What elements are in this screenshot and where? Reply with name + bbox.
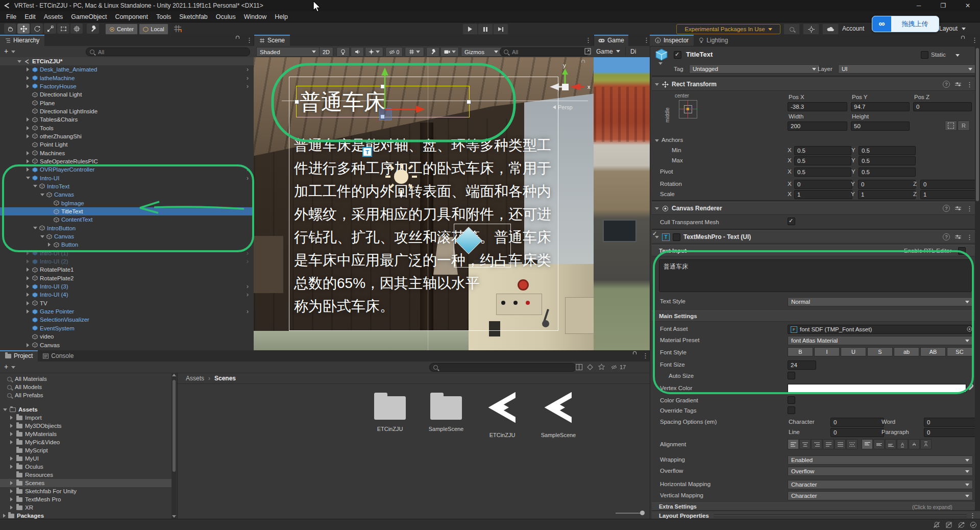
- grid-snap-icon[interactable]: [174, 25, 182, 34]
- foldout-icon[interactable]: [27, 134, 29, 138]
- rotate-tool-button[interactable]: [31, 23, 43, 34]
- hierarchy-item[interactable]: Gaze Pointer ›: [0, 307, 254, 316]
- hierarchy-item[interactable]: IntroButton ›: [0, 224, 254, 232]
- anchor-max-x-field[interactable]: 0.5: [794, 156, 851, 165]
- play-button[interactable]: [462, 23, 478, 35]
- kebab-menu-icon[interactable]: ⋮: [969, 512, 976, 519]
- tab-game[interactable]: Game: [594, 35, 628, 46]
- main-settings-section-header[interactable]: Main Settings: [652, 310, 980, 322]
- rect-handle[interactable]: [467, 100, 471, 104]
- foldout-icon[interactable]: [17, 60, 21, 63]
- pivot-local-button[interactable]: Local: [139, 23, 168, 35]
- hierarchy-search-input[interactable]: [97, 49, 246, 56]
- rotation-x-field[interactable]: 0: [794, 180, 852, 189]
- kebab-menu-icon[interactable]: ⋮: [966, 81, 973, 88]
- foldout-icon[interactable]: [27, 151, 29, 155]
- hidden-objects-button[interactable]: 0: [385, 47, 403, 57]
- tmp-text-header[interactable]: T TextMeshPro - Text (UI) ?⋮: [652, 230, 980, 244]
- align-justify-button[interactable]: [823, 439, 834, 449]
- rect-transform-header[interactable]: Rect Transform ?⋮: [652, 78, 980, 91]
- project-search-input[interactable]: [440, 364, 572, 371]
- foldout-icon[interactable]: [27, 276, 29, 280]
- rect-tool-button[interactable]: [57, 23, 69, 34]
- presets-icon[interactable]: [955, 206, 961, 211]
- axis-orientation-gizmo[interactable]: yx: [545, 61, 594, 97]
- prefab-chevron-icon[interactable]: ›: [247, 175, 249, 181]
- sprite-packer-icon[interactable]: [587, 364, 593, 370]
- align-flush-button[interactable]: [835, 439, 846, 449]
- kebab-menu-icon[interactable]: ⋮: [585, 36, 592, 44]
- breadcrumb-current[interactable]: Scenes: [214, 375, 236, 382]
- transform-tool-button[interactable]: [70, 23, 83, 34]
- hierarchy-item[interactable]: otherZhuangShi ›: [0, 132, 254, 140]
- cache-server-icon[interactable]: [945, 521, 952, 528]
- foldout-icon[interactable]: [27, 284, 29, 288]
- foldout-icon[interactable]: [27, 126, 29, 130]
- align-capline-button[interactable]: A: [920, 439, 932, 449]
- font-size-field[interactable]: 24: [788, 360, 816, 370]
- 2d-toggle-button[interactable]: 2D: [319, 47, 333, 57]
- prefab-chevron-icon[interactable]: ›: [247, 308, 249, 315]
- folder-item[interactable]: MyUI: [0, 454, 172, 463]
- hierarchy-item[interactable]: Canvas ›: [0, 232, 254, 240]
- slider-knob[interactable]: [640, 511, 645, 515]
- hierarchy-item[interactable]: OVRPlayerController ›: [0, 165, 254, 174]
- menu-item[interactable]: File: [2, 13, 20, 20]
- vertical-mapping-dropdown[interactable]: Character: [788, 491, 973, 500]
- preferences-button[interactable]: [803, 23, 819, 35]
- foldout-icon[interactable]: [48, 243, 51, 247]
- foldout-icon[interactable]: [33, 185, 37, 187]
- cloud-button[interactable]: [822, 23, 839, 35]
- scene-search-input[interactable]: [511, 49, 585, 56]
- rect-handle[interactable]: [295, 100, 299, 104]
- hierarchy-item[interactable]: Intro-UI ›: [0, 174, 254, 182]
- pos-y-field[interactable]: 94.7: [851, 102, 910, 111]
- foldout-icon[interactable]: [27, 309, 29, 314]
- vertex-color-swatch[interactable]: [788, 384, 966, 393]
- anchor-min-x-field[interactable]: 0.5: [794, 146, 851, 155]
- prefab-chevron-icon[interactable]: ›: [247, 283, 249, 290]
- object-picker-icon[interactable]: [967, 326, 972, 332]
- raw-edit-button[interactable]: R: [958, 121, 970, 131]
- foldout-icon[interactable]: [10, 416, 13, 420]
- help-icon[interactable]: ?: [943, 233, 950, 240]
- text-input-area[interactable]: 普通车床: [659, 259, 972, 292]
- game-display-dropdown[interactable]: Game: [596, 47, 620, 56]
- font-asset-field[interactable]: Ffont SDF (TMP_Font Asset): [788, 325, 972, 334]
- scale-y-field[interactable]: 1: [858, 190, 916, 199]
- pos-z-field[interactable]: 0: [913, 102, 972, 111]
- hierarchy-item[interactable]: Plane ›: [0, 99, 254, 107]
- hierarchy-item[interactable]: Intro-UI (4) ›: [0, 291, 254, 299]
- folder-item[interactable]: MyMaterials: [0, 430, 172, 438]
- tab-hierarchy[interactable]: Hierarchy: [0, 35, 44, 46]
- close-button[interactable]: ✕: [955, 2, 980, 9]
- overflow-dropdown[interactable]: Overflow: [788, 467, 973, 476]
- foldout-icon[interactable]: [27, 343, 29, 347]
- scene-camera-dropdown[interactable]: [440, 47, 459, 57]
- menu-item[interactable]: Tools: [152, 13, 175, 20]
- asset-item[interactable]: ETCinZJU: [364, 388, 415, 432]
- notifications-muted-icon[interactable]: [933, 521, 940, 528]
- foldout-icon[interactable]: [27, 293, 29, 297]
- foldout-icon[interactable]: [10, 465, 13, 469]
- hierarchy-item[interactable]: Tools ›: [0, 124, 254, 132]
- account-dropdown[interactable]: Account: [842, 23, 864, 34]
- foldout-icon[interactable]: [10, 489, 13, 493]
- scale-tool-button[interactable]: [44, 23, 56, 34]
- tab-console[interactable]: Console: [38, 350, 79, 362]
- font-style-button[interactable]: AB: [920, 347, 946, 356]
- folder-item[interactable]: Scenes: [0, 479, 172, 487]
- tab-lighting[interactable]: Lighting: [694, 35, 733, 46]
- tab-project[interactable]: Project: [0, 350, 38, 362]
- hierarchy-scene-root[interactable]: ETCinZJU*: [0, 57, 254, 65]
- kebab-menu-icon[interactable]: ⋮: [643, 36, 650, 44]
- folder-item[interactable]: MyScript: [0, 446, 172, 454]
- hierarchy-item[interactable]: Point Light ›: [0, 140, 254, 149]
- minimize-button[interactable]: ─: [906, 2, 931, 9]
- font-style-button[interactable]: SC: [947, 347, 972, 356]
- prefab-chevron-icon[interactable]: ›: [247, 258, 249, 264]
- folder-item[interactable]: XR: [0, 503, 172, 512]
- horizontal-mapping-dropdown[interactable]: Character: [788, 480, 973, 489]
- upload-overlay[interactable]: ∞ 拖拽上传: [872, 16, 939, 32]
- create-add-button[interactable]: +: [4, 363, 8, 371]
